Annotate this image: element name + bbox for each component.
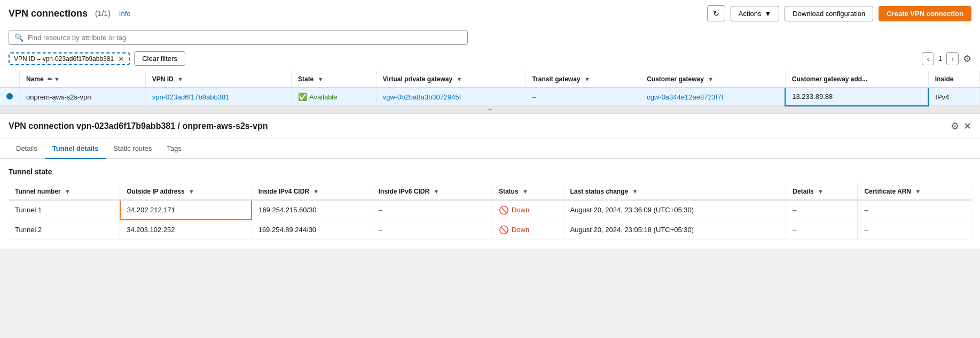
page-count: (1/1) bbox=[95, 9, 111, 18]
filter-row: VPN ID = vpn-023ad6f17b9abb381 ✕ Clear f… bbox=[0, 48, 980, 71]
tunnel-1-cert-arn: – bbox=[858, 200, 971, 220]
row-name: onprem-aws-s2s-vpn bbox=[20, 88, 146, 106]
detail-settings-button[interactable]: ⚙ bbox=[951, 120, 959, 132]
sort-outside-ip-icon[interactable]: ▼ bbox=[189, 188, 194, 195]
row-radio bbox=[0, 88, 20, 106]
tab-details[interactable]: Details bbox=[9, 139, 45, 159]
col-cgw: Customer gateway ▼ bbox=[640, 71, 786, 88]
col-details: Details ▼ bbox=[786, 183, 858, 200]
tab-tunnel-details[interactable]: Tunnel details bbox=[45, 139, 106, 159]
row-cgw-addr: 13.233.89.88 bbox=[785, 88, 928, 106]
vpn-id-link[interactable]: vpn-023ad6f17b9abb381 bbox=[152, 93, 230, 101]
panel-separator[interactable]: = bbox=[0, 107, 980, 113]
top-header: VPN connections (1/1) Info ↻ Actions ▼ D… bbox=[0, 0, 980, 27]
tunnel-row-1: Tunnel 1 34.202.212.171 169.254.215.60/3… bbox=[9, 200, 971, 220]
tunnel-2-num: Tunnel 2 bbox=[9, 220, 120, 240]
page-number: 1 bbox=[938, 55, 942, 63]
row-inside: IPv4 bbox=[928, 88, 979, 106]
tunnel-1-status: 🚫 Down bbox=[492, 200, 563, 220]
sort-tgw-icon[interactable]: ▼ bbox=[584, 76, 590, 82]
tab-static-routes[interactable]: Static routes bbox=[106, 139, 159, 159]
vpg-link[interactable]: vgw-0b2ba8a3b3072945f bbox=[383, 93, 461, 101]
tunnel-1-inside-ipv4: 169.254.215.60/30 bbox=[252, 200, 372, 220]
bottom-panel: VPN connection vpn-023ad6f17b9abb381 / o… bbox=[0, 113, 980, 249]
state-badge: ✅ Available bbox=[298, 93, 370, 101]
sort-details-icon[interactable]: ▼ bbox=[818, 188, 824, 195]
sort-state-icon[interactable]: ▼ bbox=[318, 76, 324, 82]
cgw-link[interactable]: cgw-0a344e12ae8723f7f bbox=[647, 93, 723, 101]
sort-cgw-icon[interactable]: ▼ bbox=[708, 76, 714, 82]
bottom-panel-header: VPN connection vpn-023ad6f17b9abb381 / o… bbox=[0, 114, 980, 139]
separator-handle-icon: = bbox=[488, 106, 492, 114]
sort-tunnel-num-icon[interactable]: ▼ bbox=[65, 188, 70, 195]
col-status: Status ▼ bbox=[492, 183, 563, 200]
tunnel-1-outside-ip: 34.202.212.171 bbox=[120, 200, 252, 220]
top-panel: VPN connections (1/1) Info ↻ Actions ▼ D… bbox=[0, 0, 980, 107]
search-input[interactable] bbox=[28, 34, 462, 42]
tunnel-2-status: 🚫 Down bbox=[492, 220, 563, 240]
tunnel-state-content: Tunnel state Tunnel number ▼ Outside IP … bbox=[0, 159, 980, 249]
table-settings-button[interactable]: ⚙ bbox=[963, 53, 971, 65]
download-configuration-button[interactable]: Download configuration bbox=[785, 6, 873, 21]
status-down-badge-2: 🚫 Down bbox=[499, 225, 557, 235]
row-cgw: cgw-0a344e12ae8723f7f bbox=[640, 88, 786, 106]
tunnel-1-last-change: August 20, 2024, 23:36:09 (UTC+05:30) bbox=[563, 200, 786, 220]
tunnel-1-num: Tunnel 1 bbox=[9, 200, 120, 220]
row-tgw: – bbox=[526, 88, 640, 106]
prev-page-button[interactable]: ‹ bbox=[922, 52, 934, 65]
filter-tag: VPN ID = vpn-023ad6f17b9abb381 ✕ bbox=[9, 52, 130, 65]
refresh-button[interactable]: ↻ bbox=[707, 5, 725, 21]
tunnel-row-2: Tunnel 2 34.203.102.252 169.254.89.244/3… bbox=[9, 220, 971, 240]
detail-title: VPN connection vpn-023ad6f17b9abb381 / o… bbox=[9, 121, 951, 131]
search-input-wrap: 🔍 bbox=[9, 30, 468, 45]
table-header-row: Name ✏ ▼ VPN ID ▼ State ▼ Virtual privat… bbox=[0, 71, 980, 88]
info-link[interactable]: Info bbox=[119, 10, 131, 18]
page-title: VPN connections bbox=[9, 8, 88, 19]
row-state: ✅ Available bbox=[291, 88, 376, 106]
col-cgw-addr: Customer gateway add... bbox=[785, 71, 928, 88]
filter-tag-text: VPN ID = vpn-023ad6f17b9abb381 bbox=[14, 55, 114, 63]
col-last-change: Last status change ▼ bbox=[563, 183, 786, 200]
tunnel-state-section-title: Tunnel state bbox=[9, 167, 971, 176]
tunnel-header-row: Tunnel number ▼ Outside IP address ▼ Ins… bbox=[9, 183, 971, 200]
sort-vpnid-icon[interactable]: ▼ bbox=[177, 76, 183, 82]
down-icon-1: 🚫 bbox=[499, 205, 509, 215]
tab-tags[interactable]: Tags bbox=[159, 139, 189, 159]
search-bar-row: 🔍 bbox=[0, 27, 980, 48]
tunnel-2-last-change: August 20, 2024, 23:05:18 (UTC+05:30) bbox=[563, 220, 786, 240]
tunnel-2-inside-ipv4: 169.254.89.244/30 bbox=[252, 220, 372, 240]
tunnel-2-cert-arn: – bbox=[858, 220, 971, 240]
next-page-button[interactable]: › bbox=[946, 52, 959, 65]
remove-filter-button[interactable]: ✕ bbox=[117, 55, 126, 63]
col-tunnel-num: Tunnel number ▼ bbox=[9, 183, 120, 200]
row-vpn-id: vpn-023ad6f17b9abb381 bbox=[145, 88, 291, 106]
vpn-table: Name ✏ ▼ VPN ID ▼ State ▼ Virtual privat… bbox=[0, 71, 980, 106]
col-outside-ip: Outside IP address ▼ bbox=[120, 183, 252, 200]
actions-button[interactable]: Actions ▼ bbox=[731, 6, 780, 21]
col-inside-ipv6: Inside IPv6 CIDR ▼ bbox=[372, 183, 492, 200]
radio-selected-icon bbox=[6, 93, 13, 99]
clear-filters-button[interactable]: Clear filters bbox=[134, 51, 185, 66]
col-name: Name ✏ ▼ bbox=[20, 71, 146, 88]
tunnel-2-details: – bbox=[786, 220, 858, 240]
bottom-actions: ⚙ ✕ bbox=[951, 120, 971, 132]
down-icon-2: 🚫 bbox=[499, 225, 509, 235]
col-cert-arn: Certificate ARN ▼ bbox=[858, 183, 971, 200]
table-row[interactable]: onprem-aws-s2s-vpn vpn-023ad6f17b9abb381… bbox=[0, 88, 980, 106]
col-inside-ipv4: Inside IPv4 CIDR ▼ bbox=[252, 183, 372, 200]
sort-inside-ipv4-icon[interactable]: ▼ bbox=[313, 188, 319, 195]
detail-tabs-row: Details Tunnel details Static routes Tag… bbox=[0, 139, 980, 159]
tunnel-2-outside-ip: 34.203.102.252 bbox=[120, 220, 252, 240]
col-vpn-id: VPN ID ▼ bbox=[145, 71, 291, 88]
create-vpn-connection-button[interactable]: Create VPN connection bbox=[879, 6, 971, 21]
col-state: State ▼ bbox=[291, 71, 376, 88]
sort-cert-arn-icon[interactable]: ▼ bbox=[915, 188, 921, 195]
detail-close-button[interactable]: ✕ bbox=[963, 120, 971, 132]
tunnel-2-inside-ipv6: – bbox=[372, 220, 492, 240]
sort-vpg-icon[interactable]: ▼ bbox=[457, 76, 462, 82]
sort-status-icon[interactable]: ▼ bbox=[522, 188, 528, 195]
sort-name-icon[interactable]: ✏ ▼ bbox=[48, 76, 60, 82]
sort-last-change-icon[interactable]: ▼ bbox=[632, 188, 638, 195]
search-icon: 🔍 bbox=[14, 33, 23, 42]
sort-inside-ipv6-icon[interactable]: ▼ bbox=[433, 188, 439, 195]
